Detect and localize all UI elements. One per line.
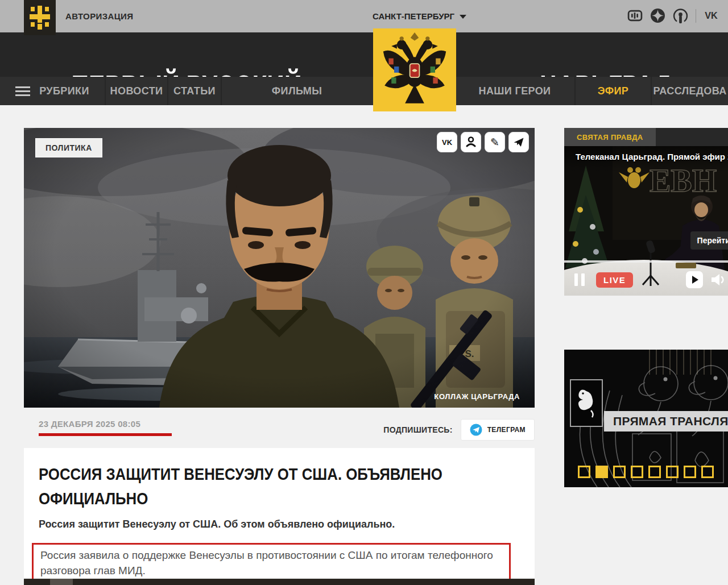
video-controls: LIVE — [564, 264, 728, 296]
main-nav: РУБРИКИ НОВОСТИ СТАТЬИ ФИЛЬМЫ НАШИ ГЕРОИ… — [0, 77, 728, 105]
hamburger-icon[interactable] — [15, 86, 30, 96]
pagination-square[interactable] — [613, 466, 626, 478]
pagination-square[interactable] — [631, 466, 643, 478]
video-player[interactable]: ЕВН — [564, 146, 728, 296]
nav-item-nashi-geroi[interactable]: НАШИ ГЕРОИ — [455, 77, 576, 105]
griffin-shield-icon — [570, 379, 603, 427]
share-vk-icon[interactable]: VK — [437, 132, 457, 152]
video-title: Телеканал Царьград. Прямой эфир 2 — [576, 152, 728, 161]
podcast-icon[interactable] — [673, 8, 688, 23]
svg-text:VK: VK — [442, 138, 453, 147]
tsargrad-logo[interactable] — [24, 0, 56, 35]
share-telegram-icon[interactable] — [508, 132, 529, 152]
red-highlight-box: Россия заявила о поддержке Венесуэлы в п… — [32, 543, 511, 583]
topbar-icons: VK — [627, 8, 719, 23]
banner-label: ПРЯМАЯ ТРАНСЛЯ — [604, 411, 728, 432]
city-label: САНКТ-ПЕТЕРБУРГ — [373, 11, 454, 21]
pause-button[interactable] — [574, 273, 585, 286]
nav-label: РУБРИКИ — [39, 85, 89, 97]
nav-item-rassledovaniya[interactable]: РАССЛЕДОВА — [652, 77, 728, 105]
masthead: ПЕРВЫЙ РУССКИЙ ЦАРЬГРАД — [0, 32, 728, 77]
share-buttons: VK ✎ — [437, 132, 529, 152]
collage-maduro-carrier-soldiers: U.S. — [24, 128, 535, 408]
city-selector[interactable]: САНКТ-ПЕТЕРБУРГ — [373, 11, 466, 21]
article-hero-image: U.S. — [24, 128, 535, 408]
dzen-icon[interactable] — [650, 8, 665, 23]
article-headline: РОССИЯ ЗАЩИТИТ ВЕНЕСУЭЛУ ОТ США. ОБЪЯВЛЕ… — [39, 462, 445, 511]
svg-text:VK: VK — [705, 10, 718, 20]
subscribe-label: ПОДПИШИТЕСЬ: — [383, 425, 452, 434]
play-pip-button[interactable] — [686, 271, 703, 288]
share-odnoklassniki-icon[interactable] — [461, 132, 481, 152]
tsargrad-cross-icon — [30, 6, 50, 30]
double-headed-eagle-icon — [380, 32, 449, 107]
radio-icon[interactable] — [627, 8, 643, 23]
category-badge[interactable]: ПОЛИТИКА — [35, 138, 102, 157]
pagination-square[interactable] — [666, 466, 679, 478]
live-video-widget: СВЯТАЯ ПРАВДА ЕВН — [564, 128, 728, 296]
publish-date-wrap: 23 ДЕКАБРЯ 2025 08:05 — [39, 419, 172, 436]
image-caption: КОЛЛАЖ ЦАРЬГРАДА — [434, 392, 520, 401]
topbar: АВТОРИЗАЦИЯ САНКТ-ПЕТЕРБУРГ VK — [0, 0, 728, 32]
pagination-square[interactable] — [684, 466, 696, 478]
video-progress-bar[interactable] — [564, 260, 728, 263]
topbar-divider — [696, 9, 696, 23]
nav-item-stati[interactable]: СТАТЬИ — [168, 77, 222, 105]
article-lead: Россия защитит Венесуэлу от США. Об этом… — [39, 518, 535, 530]
vk-icon[interactable]: VK — [704, 8, 719, 23]
pagination-square[interactable] — [648, 466, 661, 478]
nav-item-rubriki[interactable]: РУБРИКИ — [0, 77, 106, 105]
imperial-eagle-emblem[interactable] — [373, 28, 456, 111]
auth-link[interactable]: АВТОРИЗАЦИЯ — [65, 11, 134, 21]
live-badge[interactable]: LIVE — [596, 272, 633, 288]
article-meta: 23 ДЕКАБРЯ 2025 08:05 ПОДПИШИТЕСЬ: ТЕЛЕГ… — [24, 419, 535, 441]
next-content-strip — [24, 579, 535, 585]
video-tabbar: СВЯТАЯ ПРАВДА — [564, 128, 728, 146]
banner-pagination — [578, 466, 714, 478]
pagination-square[interactable] — [595, 466, 608, 478]
red-underline-annotation — [39, 433, 172, 436]
nav-item-efir[interactable]: ЭФИР — [576, 77, 652, 105]
nav-item-filmy[interactable]: ФИЛЬМЫ — [222, 77, 372, 105]
nav-item-novosti[interactable]: НОВОСТИ — [106, 77, 168, 105]
tab-svyataya-pravda[interactable]: СВЯТАЯ ПРАВДА — [564, 128, 656, 146]
video-right-controls — [686, 271, 726, 288]
goto-overlay-button[interactable]: Перейти в с — [690, 231, 728, 250]
live-broadcast-banner[interactable]: ПРЯМАЯ ТРАНСЛЯ — [564, 350, 728, 487]
pagination-square[interactable] — [578, 466, 590, 478]
highlighted-paragraph: Россия заявила о поддержке Венесуэлы в п… — [40, 547, 502, 578]
telegram-subscribe-button[interactable]: ТЕЛЕГРАМ — [461, 419, 535, 441]
publish-date: 23 ДЕКАБРЯ 2025 08:05 — [39, 419, 140, 429]
page: АВТОРИЗАЦИЯ САНКТ-ПЕТЕРБУРГ VK — [0, 0, 728, 585]
chevron-down-icon — [460, 15, 466, 19]
pagination-square[interactable] — [701, 466, 714, 478]
telegram-circle-icon — [470, 424, 482, 436]
volume-icon[interactable] — [711, 273, 726, 287]
article-card: РОССИЯ ЗАЩИТИТ ВЕНЕСУЭЛУ ОТ США. ОБЪЯВЛЕ… — [24, 448, 535, 578]
subscribe-row: ПОДПИШИТЕСЬ: ТЕЛЕГРАМ — [383, 419, 535, 441]
share-pencil-icon[interactable]: ✎ — [485, 132, 505, 152]
